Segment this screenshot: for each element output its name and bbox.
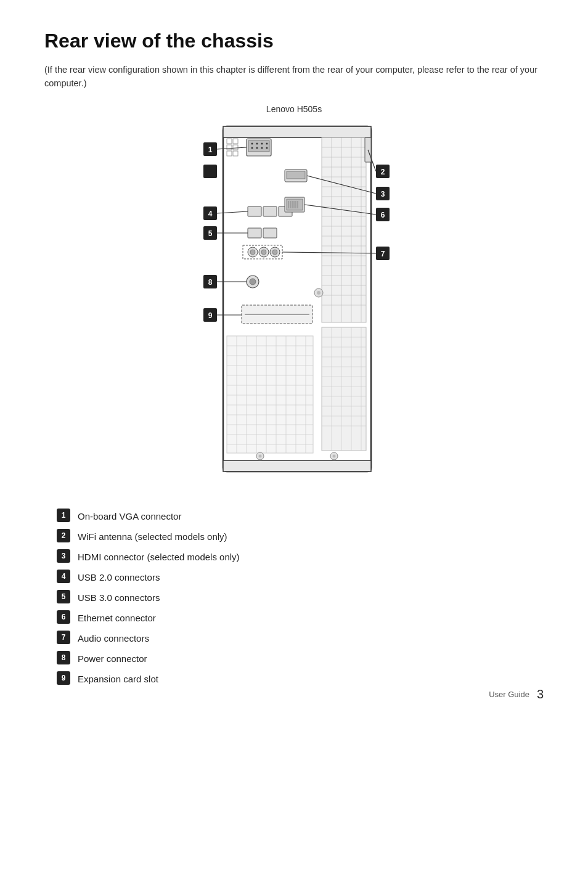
legend-item-3: 3 HDMI connector (selected models only): [57, 549, 544, 563]
legend-badge-8: 8: [57, 651, 70, 664]
legend-text-6: Ethernet connector: [78, 610, 156, 624]
footer: User Guide 3: [489, 687, 544, 701]
svg-rect-3: [227, 139, 232, 144]
legend-badge-3: 3: [57, 549, 70, 563]
svg-text:4: 4: [208, 210, 213, 218]
legend-item-2: 2 WiFi antenna (selected models only): [57, 529, 544, 543]
svg-rect-2: [223, 460, 371, 472]
svg-text:1: 1: [208, 145, 213, 154]
legend-text-3: HDMI connector (selected models only): [78, 549, 240, 563]
svg-point-79: [261, 250, 266, 255]
legend-item-4: 4 USB 2.0 connectors: [57, 570, 544, 584]
legend-badge-4: 4: [57, 570, 70, 583]
svg-point-119: [259, 454, 262, 457]
svg-point-38: [256, 147, 258, 149]
legend-badge-2: 2: [57, 529, 70, 542]
svg-rect-54: [248, 206, 261, 216]
svg-point-77: [250, 250, 255, 255]
svg-text:2: 2: [381, 168, 385, 176]
svg-point-87: [250, 279, 256, 285]
legend-text-8: Power connector: [78, 651, 147, 665]
svg-point-36: [266, 142, 268, 144]
svg-rect-50: [287, 171, 305, 179]
svg-point-121: [333, 454, 336, 457]
legend-item-9: 9 Expansion card slot: [57, 671, 544, 685]
svg-text:7: 7: [381, 250, 385, 258]
svg-rect-60: [248, 228, 261, 238]
intro-text: (If the rear view configuration shown in…: [44, 63, 544, 91]
legend-item-1: 1 On-board VGA connector: [57, 509, 544, 523]
page-title: Rear view of the chassis: [44, 30, 544, 52]
chassis-svg: 1 2 3: [161, 120, 427, 490]
footer-page: 3: [537, 687, 544, 701]
svg-point-40: [266, 147, 268, 149]
legend-badge-7: 7: [57, 631, 70, 644]
legend-list: 1 On-board VGA connector 2 WiFi antenna …: [57, 509, 544, 685]
diagram-title: Lenovo H505s: [266, 104, 322, 114]
footer-label: User Guide: [489, 690, 529, 699]
diagram-section: Lenovo H505s: [44, 104, 544, 490]
svg-rect-6: [233, 145, 238, 150]
svg-rect-7: [227, 151, 232, 156]
svg-rect-122: [322, 327, 366, 451]
svg-rect-61: [263, 228, 277, 238]
svg-rect-66: [287, 199, 303, 210]
legend-text-7: Audio connectors: [78, 631, 149, 645]
chassis-diagram: 1 2 3: [161, 120, 427, 490]
svg-text:9: 9: [208, 311, 213, 320]
legend-badge-6: 6: [57, 610, 70, 624]
svg-text:5: 5: [208, 229, 213, 238]
legend-item-6: 6 Ethernet connector: [57, 610, 544, 624]
legend-text-9: Expansion card slot: [78, 671, 158, 685]
legend-item-5: 5 USB 3.0 connectors: [57, 590, 544, 604]
legend-text-2: WiFi antenna (selected models only): [78, 529, 227, 543]
svg-point-37: [251, 147, 253, 149]
legend-item-7: 7 Audio connectors: [57, 631, 544, 645]
svg-rect-45: [203, 165, 217, 178]
legend-text-4: USB 2.0 connectors: [78, 570, 160, 584]
svg-text:6: 6: [381, 211, 385, 219]
svg-point-89: [317, 291, 321, 295]
legend-badge-1: 1: [57, 509, 70, 522]
legend-text-1: On-board VGA connector: [78, 509, 181, 523]
svg-rect-8: [233, 151, 238, 156]
svg-line-59: [217, 211, 248, 213]
svg-rect-98: [227, 336, 313, 453]
svg-rect-32: [248, 141, 269, 152]
svg-rect-9: [322, 137, 366, 322]
svg-point-35: [261, 142, 263, 144]
legend-item-8: 8 Power connector: [57, 651, 544, 665]
svg-rect-55: [263, 206, 277, 216]
svg-point-33: [251, 142, 253, 144]
svg-point-81: [272, 250, 277, 255]
svg-rect-1: [223, 126, 371, 137]
legend-badge-9: 9: [57, 671, 70, 685]
svg-rect-4: [233, 139, 238, 144]
svg-text:3: 3: [381, 190, 385, 198]
svg-point-39: [261, 147, 263, 149]
svg-text:8: 8: [208, 278, 213, 287]
svg-point-34: [256, 142, 258, 144]
legend-text-5: USB 3.0 connectors: [78, 590, 160, 604]
legend-badge-5: 5: [57, 590, 70, 603]
svg-rect-5: [227, 145, 232, 150]
page-container: Rear view of the chassis (If the rear vi…: [0, 0, 588, 721]
